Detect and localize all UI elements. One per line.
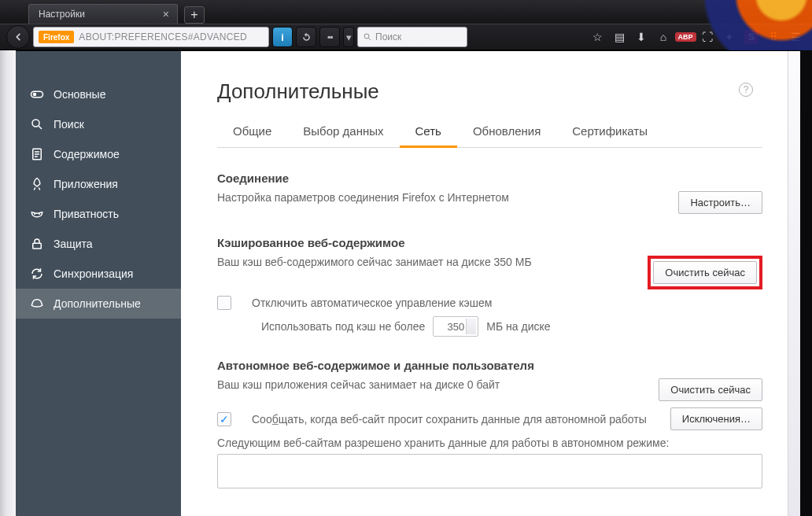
reload-button[interactable]	[296, 27, 316, 47]
page-viewport: Основные Поиск Содержимое Приложения При…	[16, 50, 800, 516]
sidebar-item-advanced[interactable]: Дополнительные	[16, 289, 181, 319]
sidebar-label: Поиск	[54, 118, 84, 131]
svg-point-3	[32, 120, 39, 127]
connection-desc: Настройка параметров соединения Firefox …	[217, 191, 666, 204]
tab-strip: Настройки × +	[0, 0, 812, 24]
back-button[interactable]	[6, 25, 30, 49]
notify-label: Сообщать, когда веб-сайт просит сохранит…	[252, 413, 658, 426]
sidebar-item-content[interactable]: Содержимое	[16, 139, 181, 169]
offline-list-label: Следующим веб-сайтам разрешено хранить д…	[217, 437, 762, 449]
sync-icon	[30, 267, 44, 281]
tab-close-icon[interactable]: ×	[163, 9, 169, 20]
sidebar-item-applications[interactable]: Приложения	[16, 169, 181, 199]
subtabs: Общие Выбор данных Сеть Обновления Серти…	[217, 124, 762, 148]
hat-icon	[30, 297, 44, 311]
clear-offline-button[interactable]: Очистить сейчас	[659, 378, 762, 401]
sidebar-item-security[interactable]: Защита	[16, 229, 181, 259]
offline-title: Автономное веб-содержимое и данные польз…	[217, 359, 762, 372]
svg-rect-7	[33, 243, 42, 249]
sidebar-label: Приватность	[54, 208, 119, 220]
page-title: Дополнительные	[217, 79, 762, 104]
cache-limit-value: 350	[447, 321, 464, 333]
sidebar-label: Основные	[54, 88, 105, 101]
cache-title: Кэшированное веб-содержимое	[217, 236, 762, 249]
svg-point-2	[33, 93, 37, 97]
sidebar-label: Защита	[54, 238, 93, 250]
connection-title: Соединение	[217, 171, 762, 185]
info-button[interactable]: i	[272, 27, 293, 47]
sidebar-item-search[interactable]: Поиск	[16, 109, 181, 139]
notify-checkbox[interactable]: ✓	[217, 412, 231, 426]
scrollbar-thumb[interactable]	[790, 56, 799, 237]
tab-updates[interactable]: Обновления	[457, 124, 556, 148]
window-gutter	[0, 50, 16, 516]
sidebar-item-privacy[interactable]: Приватность	[16, 199, 181, 229]
rocket-icon	[30, 177, 44, 191]
highlight-box: Очистить сейчас	[648, 256, 762, 289]
sidebar-item-general[interactable]: Основные	[16, 79, 181, 109]
sidebar-label: Синхронизация	[54, 267, 133, 280]
configure-button[interactable]: Настроить…	[678, 191, 762, 214]
switch-icon	[30, 87, 44, 101]
grid-icon: ▪▪	[327, 31, 333, 42]
dropdown-button[interactable]: ▾	[343, 27, 354, 47]
url-bar[interactable]: Firefox ABOUT:PREFERENCES#ADVANCED	[33, 27, 269, 47]
settings-sidebar: Основные Поиск Содержимое Приложения При…	[16, 51, 181, 516]
cache-limit-input[interactable]: 350	[433, 316, 478, 337]
sidebar-label: Содержимое	[54, 148, 120, 160]
browser-chrome: Настройки × + Firefox ABOUT:PREFERENCES#…	[0, 0, 812, 50]
sidebar-label: Приложения	[54, 178, 118, 190]
tab-network[interactable]: Сеть	[400, 124, 457, 148]
arrow-left-icon	[13, 31, 24, 42]
sidebar-item-sync[interactable]: Синхронизация	[16, 259, 181, 289]
apps-button[interactable]: ▪▪	[319, 27, 340, 47]
override-cache-checkbox[interactable]	[217, 296, 231, 310]
exceptions-button[interactable]: Исключения…	[670, 407, 762, 430]
settings-main: ? Дополнительные Общие Выбор данных Сеть…	[181, 51, 800, 516]
new-tab-button[interactable]: +	[184, 6, 205, 24]
svg-point-5	[34, 213, 35, 215]
section-cache: Кэшированное веб-содержимое Ваш кэш веб-…	[217, 236, 762, 337]
cache-limit-prefix: Использовать под кэш не более	[261, 320, 425, 333]
document-icon	[30, 147, 44, 161]
tab-title: Настройки	[39, 9, 85, 20]
offline-sites-listbox[interactable]	[217, 454, 762, 488]
bookmark-star-icon[interactable]: ☆	[587, 27, 607, 47]
lock-icon	[30, 237, 44, 251]
offline-desc: Ваш кэш приложения сейчас занимает на ди…	[217, 378, 646, 391]
cache-limit-suffix: МБ на диске	[486, 320, 550, 333]
tab-certificates[interactable]: Сертификаты	[556, 124, 663, 148]
search-icon	[363, 32, 372, 42]
section-connection: Соединение Настройка параметров соединен…	[217, 171, 762, 214]
search-bar[interactable]: Поиск	[357, 27, 467, 47]
mask-icon	[30, 207, 44, 221]
tab-general[interactable]: Общие	[217, 124, 287, 148]
sidebar-label: Дополнительные	[54, 297, 141, 310]
svg-point-0	[364, 34, 369, 39]
svg-point-6	[39, 213, 40, 215]
browser-tab[interactable]: Настройки ×	[28, 4, 178, 24]
reload-icon	[301, 32, 312, 42]
firefox-badge: Firefox	[39, 31, 74, 43]
override-cache-label: Отключить автоматическое управление кэше…	[252, 297, 492, 309]
clear-cache-button[interactable]: Очистить сейчас	[653, 261, 757, 284]
tab-data-choices[interactable]: Выбор данных	[287, 124, 399, 148]
cache-desc: Ваш кэш веб-содержимого сейчас занимает …	[217, 256, 635, 268]
search-icon	[30, 117, 44, 131]
url-text: ABOUT:PREFERENCES#ADVANCED	[79, 31, 247, 42]
section-offline: Автономное веб-содержимое и данные польз…	[217, 359, 762, 488]
help-icon[interactable]: ?	[739, 83, 753, 97]
search-placeholder: Поиск	[375, 31, 401, 42]
